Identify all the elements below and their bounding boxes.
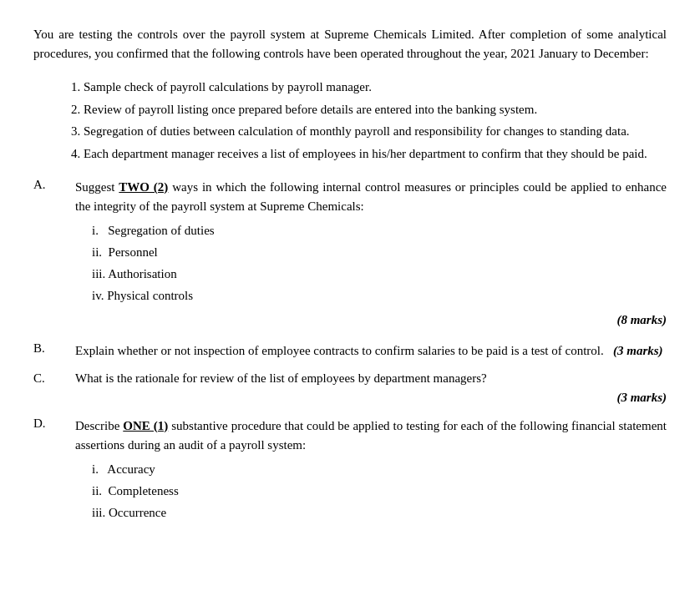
roman-d-iii: iii.	[92, 506, 105, 519]
sub-d-text-2: Completeness	[109, 484, 179, 497]
question-b-label: B.	[33, 341, 75, 361]
sub-d-text-1: Accuracy	[107, 462, 155, 476]
question-a-sublist: i. Segregation of duties ii. Personnel i…	[92, 220, 667, 305]
question-d: D. Describe ONE (1) substantive procedur…	[33, 417, 667, 524]
question-c-marks: (3 marks)	[75, 391, 667, 405]
roman-ii-1: ii.	[92, 245, 102, 259]
question-b-content: Explain whether or not inspection of emp…	[75, 341, 667, 361]
question-d-label: D.	[33, 417, 75, 524]
question-d-sub-2: ii. Completeness	[92, 481, 667, 501]
question-a-sub-4: iv. Physical controls	[92, 285, 667, 305]
question-c-content: What is the rationale for review of the …	[75, 371, 667, 405]
question-a-sub-2: ii. Personnel	[92, 242, 667, 262]
sub-item-text-1: Segregation of duties	[108, 224, 214, 237]
question-d-sub-3: iii. Occurrence	[92, 502, 667, 523]
control-item-3: Segregation of duties between calculatio…	[84, 122, 667, 141]
sub-d-text-3: Occurrence	[109, 506, 166, 519]
question-d-sublist: i. Accuracy ii. Completeness iii. Occurr…	[92, 459, 667, 523]
question-b-text: Explain whether or not inspection of emp…	[75, 344, 604, 357]
question-c-text: What is the rationale for review of the …	[75, 371, 487, 385]
question-b-marks: (3 marks)	[613, 344, 663, 357]
controls-list: Sample check of payroll calculations by …	[84, 78, 667, 163]
question-a-sub-1: i. Segregation of duties	[92, 220, 667, 240]
intro-paragraph: You are testing the controls over the pa…	[33, 25, 667, 63]
control-item-2: Review of payroll listing once prepared …	[84, 100, 667, 119]
control-item-1: Sample check of payroll calculations by …	[84, 78, 667, 97]
sub-item-text-3: Authorisation	[108, 267, 177, 280]
roman-d-i: i.	[92, 462, 99, 476]
question-c-label: C.	[33, 371, 75, 405]
question-d-content: Describe ONE (1) substantive procedure t…	[75, 417, 667, 524]
question-a-bold: TWO (2)	[119, 180, 168, 194]
question-a-label: A.	[33, 178, 75, 330]
question-a-marks: (8 marks)	[75, 311, 667, 330]
question-d-sub-1: i. Accuracy	[92, 459, 667, 479]
roman-i-1: i.	[92, 224, 99, 237]
question-d-bold: ONE (1)	[123, 419, 168, 432]
question-a-sub-3: iii. Authorisation	[92, 264, 667, 284]
question-a-content: Suggest TWO (2) ways in which the follow…	[75, 178, 667, 330]
question-a: A. Suggest TWO (2) ways in which the fol…	[33, 178, 667, 330]
question-a-text-before: Suggest	[75, 180, 119, 194]
control-item-4: Each department manager receives a list …	[84, 144, 667, 164]
question-c: C. What is the rationale for review of t…	[33, 371, 667, 405]
sub-item-text-2: Personnel	[109, 245, 158, 259]
roman-iv-1: iv.	[92, 289, 104, 302]
sub-item-text-4: Physical controls	[107, 289, 193, 302]
roman-iii-1: iii.	[92, 267, 105, 280]
question-b: B. Explain whether or not inspection of …	[33, 341, 667, 361]
roman-d-ii: ii.	[92, 484, 102, 497]
question-d-text-before: Describe	[75, 419, 123, 432]
